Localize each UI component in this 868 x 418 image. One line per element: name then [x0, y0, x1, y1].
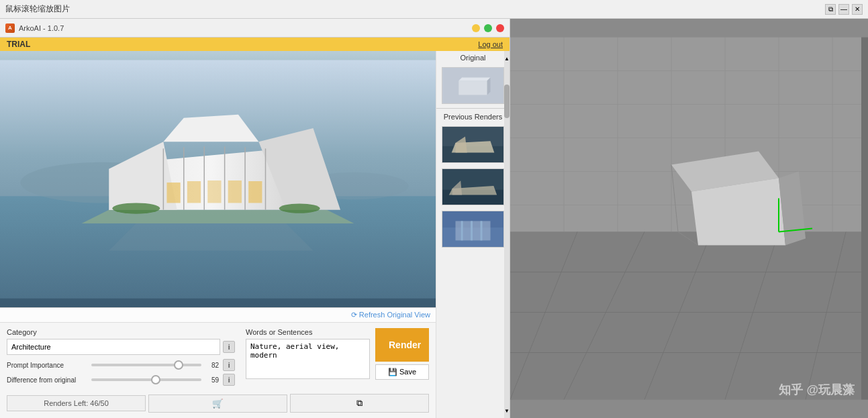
arko-title-area: A ArkoAI - 1.0.7 — [5, 23, 64, 33]
render-thumbnail-3[interactable] — [442, 211, 504, 248]
arko-close-btn[interactable] — [496, 24, 504, 32]
left-controls: Category i Prompt Importance 82 i — [7, 328, 235, 388]
difference-label: Difference from original — [7, 376, 87, 384]
words-label: Words or Sentences — [246, 328, 370, 336]
category-input[interactable] — [7, 339, 220, 355]
svg-marker-67 — [510, 232, 868, 400]
bottom-action-bar: Renders Left: 46/50 🛒 ⧉ — [7, 394, 429, 413]
outer-minimize-btn[interactable]: — — [838, 4, 849, 15]
prompt-importance-row: Prompt Importance 82 i — [7, 359, 235, 371]
svg-marker-22 — [109, 223, 313, 251]
svg-rect-19 — [248, 181, 262, 203]
render-thumbnail-2[interactable] — [442, 168, 504, 205]
prompt-importance-info-btn[interactable]: i — [223, 359, 235, 371]
original-thumbnail[interactable] — [442, 67, 504, 104]
building-svg — [0, 51, 436, 307]
renders-left-button[interactable]: Renders Left: 46/50 — [7, 395, 146, 411]
words-area: Words or Sentences Nature, aerial view, … — [246, 328, 370, 381]
render-button[interactable]: Render — [375, 328, 429, 362]
prompt-importance-label: Prompt Importance — [7, 362, 87, 369]
main-render-image — [0, 51, 436, 307]
arko-window: A ArkoAI - 1.0.7 TRIAL Log out — [0, 19, 510, 418]
original-thumb-svg — [442, 68, 503, 103]
category-row: i — [7, 339, 235, 355]
words-textarea[interactable]: Nature, aerial view, modern — [246, 339, 370, 379]
svg-rect-37 — [455, 221, 490, 240]
category-info-btn[interactable]: i — [223, 341, 235, 353]
viewport-scrollbar[interactable] — [861, 38, 868, 400]
render2-thumb-svg — [442, 169, 503, 205]
category-label: Category — [7, 328, 235, 336]
difference-info-btn[interactable]: i — [223, 374, 235, 386]
refresh-bar: ⟳ Refresh Original View — [0, 307, 436, 322]
outer-restore-btn[interactable]: ⧉ — [825, 4, 836, 15]
scrollbar-track[interactable]: ▲ ▼ — [504, 51, 510, 418]
difference-value: 59 — [205, 376, 219, 384]
trial-bar: TRIAL Log out — [0, 38, 510, 51]
scroll-up-arrow[interactable]: ▲ — [504, 54, 510, 62]
scrollbar-thumb[interactable] — [504, 85, 510, 118]
refresh-original-button[interactable]: ⟳ Refresh Original View — [351, 311, 430, 319]
cart-button[interactable]: 🛒 — [148, 395, 287, 413]
svg-rect-16 — [187, 181, 201, 203]
arko-titlebar: A ArkoAI - 1.0.7 — [0, 19, 510, 38]
arko-logo: A — [5, 23, 15, 33]
main-layout: A ArkoAI - 1.0.7 TRIAL Log out — [0, 19, 868, 418]
3d-viewport — [510, 19, 868, 418]
original-label: Original — [436, 51, 510, 64]
svg-point-20 — [112, 203, 160, 213]
render1-thumb-svg — [442, 127, 503, 162]
divider-line — [436, 108, 510, 109]
outer-title: 鼠标滚轮缩放图片 — [5, 3, 70, 15]
render3-thumb-svg — [442, 211, 503, 247]
viewport-svg — [510, 19, 868, 418]
copy-button[interactable]: ⧉ — [290, 394, 429, 413]
scroll-down-arrow[interactable]: ▼ — [504, 407, 510, 415]
arko-window-controls[interactable] — [472, 24, 504, 32]
content-area: ⟳ Refresh Original View Category i — [0, 51, 510, 418]
difference-row: Difference from original 59 i — [7, 374, 235, 386]
thumbnail-panel: Original Previous Renders — [436, 51, 510, 418]
render-thumbnail-1[interactable] — [442, 126, 504, 163]
main-image-area: ⟳ Refresh Original View Category i — [0, 51, 436, 418]
difference-slider[interactable] — [91, 378, 201, 381]
right-controls: Words or Sentences Nature, aerial view, … — [246, 328, 429, 381]
bottom-controls: Category i Prompt Importance 82 i — [0, 322, 436, 418]
outer-close-btn[interactable]: ✕ — [852, 4, 863, 15]
svg-rect-24 — [459, 81, 487, 95]
prompt-importance-value: 82 — [205, 362, 219, 369]
prompt-importance-slider[interactable] — [91, 364, 201, 366]
previous-renders-label: Previous Renders — [436, 110, 510, 123]
arko-maximize-btn[interactable] — [484, 24, 492, 32]
svg-point-21 — [279, 204, 320, 213]
svg-rect-18 — [228, 180, 242, 203]
trial-badge: TRIAL — [7, 40, 30, 49]
arko-minimize-btn[interactable] — [472, 24, 480, 32]
controls-row: Category i Prompt Importance 82 i — [7, 328, 429, 388]
logout-button[interactable]: Log out — [478, 40, 503, 48]
svg-rect-15 — [166, 182, 180, 203]
outer-window-controls[interactable]: ⧉ — ✕ — [825, 4, 863, 15]
arko-app-title: ArkoAI - 1.0.7 — [19, 24, 64, 32]
render-btn-area: Render 💾 Save — [375, 328, 429, 381]
save-button[interactable]: 💾 Save — [375, 364, 429, 380]
outer-titlebar: 鼠标滚轮缩放图片 ⧉ — ✕ — [0, 0, 868, 19]
svg-rect-17 — [207, 180, 221, 203]
svg-marker-25 — [459, 77, 490, 81]
